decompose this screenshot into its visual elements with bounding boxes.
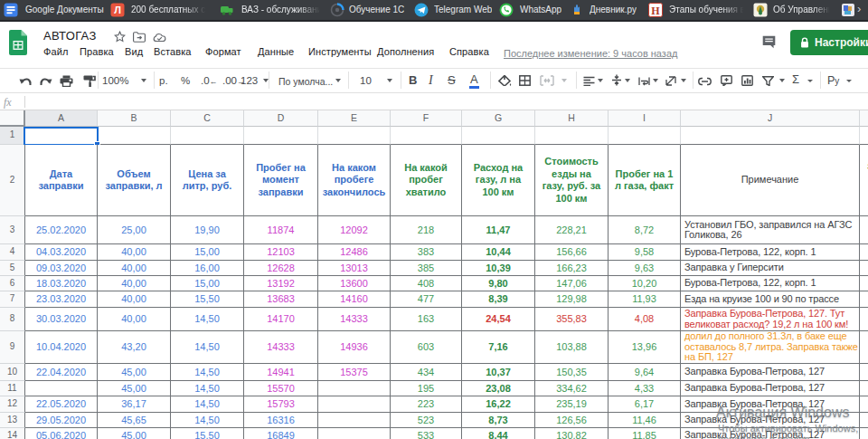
svg-text:Л: Л — [114, 5, 121, 15]
svg-text:H: H — [651, 5, 660, 17]
